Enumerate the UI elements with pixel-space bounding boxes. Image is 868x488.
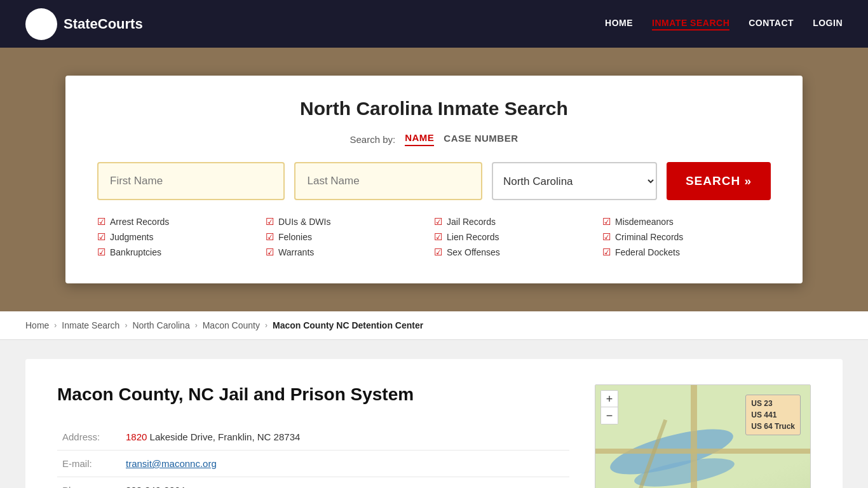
map-zoom-in[interactable]: + xyxy=(601,391,618,407)
map-road-h xyxy=(595,449,810,454)
email-row: E-mail: transit@maconnc.org xyxy=(57,451,569,477)
check-icon: ☑ xyxy=(97,231,105,243)
breadcrumb-macon[interactable]: Macon County xyxy=(203,320,260,330)
check-icon: ☑ xyxy=(602,247,611,258)
facility-title: Macon County, NC Jail and Prison System xyxy=(57,384,569,405)
address-value: 1820 Lakeside Drive, Franklin, NC 28734 xyxy=(121,424,569,451)
check-icon: ☑ xyxy=(434,216,442,227)
check-icon: ☑ xyxy=(266,247,274,258)
check-warrants: ☑ Warrants xyxy=(266,247,434,258)
header: 🏛 StateCourts HOME INMATE SEARCH CONTACT… xyxy=(0,0,868,48)
checklist-col-3: ☑ Jail Records ☑ Lien Records ☑ Sex Offe… xyxy=(434,216,602,258)
map-area: + − US 23 US 441 US 64 Truck xyxy=(595,384,811,488)
map-route-badge: US 23 US 441 US 64 Truck xyxy=(745,395,801,435)
address-highlight: 1820 xyxy=(126,431,147,442)
search-by-label: Search by: xyxy=(349,134,395,145)
email-link[interactable]: transit@maconnc.org xyxy=(126,458,217,469)
breadcrumb-sep-4: › xyxy=(265,321,268,330)
check-icon: ☑ xyxy=(602,231,611,243)
phone-label: Phone: xyxy=(57,477,121,489)
breadcrumb-sep-3: › xyxy=(195,321,198,330)
main-nav: HOME INMATE SEARCH CONTACT LOGIN xyxy=(605,18,843,30)
map-road-v xyxy=(691,385,697,488)
map-badge-line-1: US 23 xyxy=(751,398,795,409)
logo-text: StateCourts xyxy=(64,16,143,32)
check-icon: ☑ xyxy=(97,247,105,258)
state-select[interactable]: North Carolina Alabama Alaska Arizona Ar… xyxy=(492,162,657,200)
nav-login[interactable]: LOGIN xyxy=(813,18,843,30)
nav-inmate-search[interactable]: INMATE SEARCH xyxy=(652,18,729,30)
map-controls: + − xyxy=(600,390,618,424)
check-felonies: ☑ Felonies xyxy=(266,231,434,243)
check-icon: ☑ xyxy=(434,231,442,243)
search-by-row: Search by: NAME CASE NUMBER xyxy=(97,132,771,146)
checklist-col-4: ☑ Misdemeanors ☑ Criminal Records ☑ Fede… xyxy=(602,216,771,258)
last-name-input[interactable] xyxy=(294,162,482,200)
check-icon: ☑ xyxy=(97,216,105,227)
nav-contact[interactable]: CONTACT xyxy=(749,18,794,30)
check-misdemeanors: ☑ Misdemeanors xyxy=(602,216,771,227)
map-zoom-out[interactable]: − xyxy=(601,407,618,424)
check-icon: ☑ xyxy=(602,216,611,227)
tab-name[interactable]: NAME xyxy=(405,132,434,146)
breadcrumb-sep-1: › xyxy=(54,321,57,330)
info-table: Address: 1820 Lakeside Drive, Franklin, … xyxy=(57,424,569,488)
search-button[interactable]: SEARCH » xyxy=(667,162,771,200)
tab-case-number[interactable]: CASE NUMBER xyxy=(444,133,518,146)
check-arrest-records: ☑ Arrest Records xyxy=(97,216,266,227)
check-judgments: ☑ Judgments xyxy=(97,231,266,243)
check-lien-records: ☑ Lien Records xyxy=(434,231,602,243)
email-value: transit@maconnc.org xyxy=(121,451,569,477)
search-card-title: North Carolina Inmate Search xyxy=(97,98,771,119)
map-badge-line-3: US 64 Truck xyxy=(751,421,795,432)
check-criminal-records: ☑ Criminal Records xyxy=(602,231,771,243)
check-duis: ☑ DUIs & DWIs xyxy=(266,216,434,227)
breadcrumb: Home › Inmate Search › North Carolina › … xyxy=(0,311,868,340)
email-label: E-mail: xyxy=(57,451,121,477)
nav-home[interactable]: HOME xyxy=(605,18,633,30)
phone-row: Phone: 828-349-2264 xyxy=(57,477,569,489)
checklist-col-1: ☑ Arrest Records ☑ Judgments ☑ Bankruptc… xyxy=(97,216,266,258)
main-content: Macon County, NC Jail and Prison System … xyxy=(0,340,868,488)
check-jail-records: ☑ Jail Records xyxy=(434,216,602,227)
check-sex-offenses: ☑ Sex Offenses xyxy=(434,247,602,258)
check-icon: ☑ xyxy=(434,247,442,258)
check-icon: ☑ xyxy=(266,216,274,227)
breadcrumb-nc[interactable]: North Carolina xyxy=(132,320,189,330)
content-left: Macon County, NC Jail and Prison System … xyxy=(57,384,569,488)
first-name-input[interactable] xyxy=(97,162,285,200)
check-bankruptcies: ☑ Bankruptcies xyxy=(97,247,266,258)
map-badge-line-2: US 441 xyxy=(751,409,795,421)
logo-icon: 🏛 xyxy=(25,8,57,40)
phone-value: 828-349-2264 xyxy=(121,477,569,489)
breadcrumb-home[interactable]: Home xyxy=(25,320,49,330)
check-icon: ☑ xyxy=(266,231,274,243)
address-row: Address: 1820 Lakeside Drive, Franklin, … xyxy=(57,424,569,451)
search-inputs-row: North Carolina Alabama Alaska Arizona Ar… xyxy=(97,162,771,200)
checklist: ☑ Arrest Records ☑ Judgments ☑ Bankruptc… xyxy=(97,216,771,258)
check-federal-dockets: ☑ Federal Dockets xyxy=(602,247,771,258)
hero-section: COURTHOUSE North Carolina Inmate Search … xyxy=(0,48,868,311)
breadcrumb-inmate-search[interactable]: Inmate Search xyxy=(62,320,119,330)
breadcrumb-sep-2: › xyxy=(125,321,127,330)
checklist-col-2: ☑ DUIs & DWIs ☑ Felonies ☑ Warrants xyxy=(266,216,434,258)
search-card: North Carolina Inmate Search Search by: … xyxy=(65,76,803,283)
logo[interactable]: 🏛 StateCourts xyxy=(25,8,143,40)
content-card: Macon County, NC Jail and Prison System … xyxy=(25,359,843,488)
address-rest: Lakeside Drive, Franklin, NC 28734 xyxy=(147,431,300,442)
breadcrumb-current: Macon County NC Detention Center xyxy=(273,320,423,330)
address-label: Address: xyxy=(57,424,121,451)
